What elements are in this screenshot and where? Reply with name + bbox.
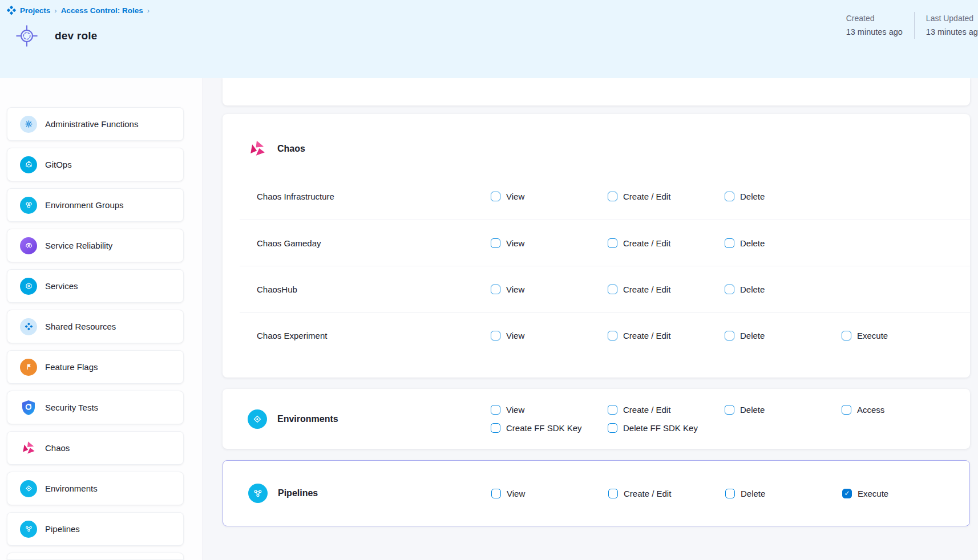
checkbox-icon[interactable]	[608, 489, 618, 498]
sidebar-item-list: Administrative Functions GitOps Environm…	[7, 107, 203, 546]
permission-checkbox-create-edit[interactable]: Create / Edit	[608, 238, 725, 248]
section-header: Chaos	[223, 114, 970, 173]
checkbox-icon[interactable]	[842, 331, 851, 340]
checkbox-icon[interactable]	[725, 238, 734, 248]
resource-row-label: Chaos Experiment	[257, 331, 491, 340]
permission-label: View	[506, 238, 524, 248]
sidebar-item-administrative-functions[interactable]: Administrative Functions	[7, 107, 184, 141]
checkbox-icon[interactable]	[491, 192, 500, 201]
permission-label: View	[507, 489, 525, 498]
checkbox-icon[interactable]	[725, 489, 735, 498]
row-environments: Environments View Create / Edit Delete A…	[223, 405, 970, 433]
checkbox-icon[interactable]	[491, 331, 500, 340]
permission-checkbox-execute[interactable]: Execute	[842, 331, 970, 340]
pipelines-icon	[248, 484, 268, 503]
page-title: dev role	[55, 30, 97, 42]
permission-checkbox-view[interactable]: View	[491, 238, 608, 248]
shared-resources-icon	[20, 318, 37, 335]
permission-checkbox-create-edit[interactable]: Create / Edit	[608, 489, 725, 498]
permission-checkbox-create-edit[interactable]: Create / Edit	[608, 285, 725, 294]
checkbox-icon[interactable]	[608, 238, 617, 248]
section-chaos: Chaos Chaos Infrastructure View Create /…	[223, 114, 970, 378]
sidebar-item-label: GitOps	[45, 160, 72, 169]
permission-label: Create / Edit	[623, 405, 670, 415]
checkbox-icon[interactable]	[491, 489, 501, 498]
row-chaoshub: ChaosHub View Create / Edit Delete	[240, 266, 970, 312]
permission-label: View	[506, 405, 524, 415]
permission-checkbox-view[interactable]: View	[491, 489, 608, 498]
sidebar-item-pipelines[interactable]: Pipelines	[7, 512, 184, 546]
page-header: Projects › Access Control: Roles › dev r…	[0, 0, 978, 78]
permission-label: Delete	[740, 331, 765, 340]
resource-category-sidebar: Administrative Functions GitOps Environm…	[0, 78, 203, 560]
feature-flags-icon	[20, 359, 37, 376]
permission-checkbox-delete[interactable]: Delete	[725, 489, 842, 498]
sidebar-item-services[interactable]: Services	[7, 269, 184, 303]
sidebar-item-label: Pipelines	[45, 524, 80, 534]
breadcrumb-access-control-roles[interactable]: Access Control: Roles	[61, 6, 143, 15]
permission-checkbox-view[interactable]: View	[491, 405, 608, 415]
permission-checkbox-view[interactable]: View	[491, 192, 608, 201]
permission-checkbox-access[interactable]: Access	[842, 405, 970, 415]
sidebar-item-chaos[interactable]: Chaos	[7, 431, 184, 465]
permission-checkbox-create-edit[interactable]: Create / Edit	[608, 192, 725, 201]
service-reliability-icon	[20, 237, 37, 254]
sidebar-item-service-reliability[interactable]: Service Reliability	[7, 229, 184, 262]
sidebar-item-gitops[interactable]: GitOps	[7, 148, 184, 181]
checkbox-icon[interactable]	[491, 285, 500, 294]
permission-checkbox-create-ff-sdk-key[interactable]: Create FF SDK Key	[491, 423, 608, 433]
checkbox-icon[interactable]	[608, 405, 617, 415]
permission-checkbox-delete[interactable]: Delete	[725, 238, 842, 248]
environments-permissions: View Create / Edit Delete Access Create …	[491, 405, 970, 433]
permission-checkbox-delete[interactable]: Delete	[725, 331, 842, 340]
environment-groups-icon	[20, 197, 37, 214]
permission-checkbox-create-edit[interactable]: Create / Edit	[608, 331, 725, 340]
checkbox-icon[interactable]	[608, 331, 617, 340]
environments-icon	[20, 480, 37, 497]
permission-label: Delete	[741, 489, 765, 498]
role-title-row: dev role	[14, 23, 978, 49]
checkbox-icon[interactable]	[725, 285, 734, 294]
sidebar-item-environment-groups[interactable]: Environment Groups	[7, 188, 184, 222]
permission-label: Execute	[857, 331, 888, 340]
admin-functions-icon	[20, 116, 37, 133]
sidebar-item-partial[interactable]	[7, 553, 184, 560]
checkbox-icon[interactable]	[608, 285, 617, 294]
permission-checkbox-delete-ff-sdk-key[interactable]: Delete FF SDK Key	[608, 423, 725, 433]
sidebar-item-security-tests[interactable]: Security Tests	[7, 391, 184, 424]
checkbox-icon[interactable]	[725, 405, 734, 415]
breadcrumb-projects[interactable]: Projects	[20, 6, 50, 15]
checkbox-icon[interactable]	[491, 238, 500, 248]
permission-label: Delete FF SDK Key	[623, 423, 698, 433]
permission-label: View	[506, 285, 524, 294]
sidebar-item-feature-flags[interactable]: Feature Flags	[7, 350, 184, 384]
checkbox-icon[interactable]	[725, 192, 734, 201]
resource-row-label: Chaos Gameday	[257, 238, 491, 248]
checkbox-icon[interactable]	[608, 423, 617, 433]
permission-label: View	[506, 192, 524, 201]
permission-checkbox-view[interactable]: View	[491, 285, 608, 294]
sidebar-item-shared-resources[interactable]: Shared Resources	[7, 310, 184, 343]
permission-label: Delete	[740, 192, 765, 201]
checkbox-icon[interactable]	[491, 405, 500, 415]
permission-checkbox-delete[interactable]: Delete	[725, 192, 842, 201]
section-title-environments: Environments	[277, 414, 338, 424]
sidebar-item-environments[interactable]: Environments	[7, 472, 184, 505]
checkbox-icon[interactable]	[608, 192, 617, 201]
permission-checkbox-view[interactable]: View	[491, 331, 608, 340]
permission-checkbox-create-edit[interactable]: Create / Edit	[608, 405, 725, 415]
row-pipelines: Pipelines View Create / Edit Delete Exec…	[223, 484, 969, 503]
permission-checkbox-execute[interactable]: Execute	[842, 489, 969, 498]
pipelines-permissions: View Create / Edit Delete Execute	[491, 489, 969, 498]
chaos-icon	[248, 139, 267, 159]
permission-label: Create / Edit	[623, 192, 670, 201]
permission-checkbox-delete[interactable]: Delete	[725, 405, 842, 415]
last-updated-label: Last Updated	[926, 12, 978, 25]
checkbox-icon[interactable]	[842, 489, 852, 498]
checkbox-icon[interactable]	[842, 405, 851, 415]
permission-checkbox-delete[interactable]: Delete	[725, 285, 842, 294]
checkbox-icon[interactable]	[725, 331, 734, 340]
chaos-icon	[20, 440, 37, 457]
projects-icon	[7, 6, 16, 15]
checkbox-icon[interactable]	[491, 423, 500, 433]
